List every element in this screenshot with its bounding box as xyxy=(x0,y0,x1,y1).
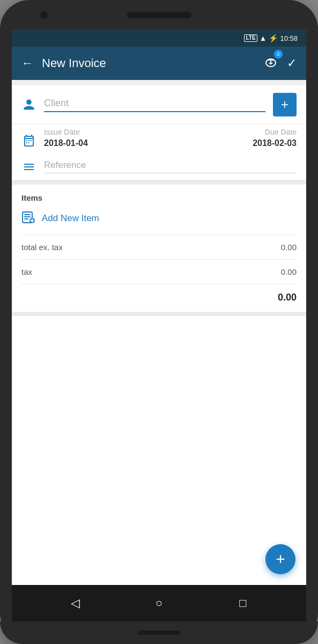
reference-icon xyxy=(21,160,36,173)
tax-value: 0.00 xyxy=(281,267,297,276)
reference-row xyxy=(12,153,306,180)
date-fields: Issue Date Due Date 2018-01-04 2018-02-0… xyxy=(44,128,297,153)
issue-date-label: Issue Date xyxy=(44,128,80,136)
grand-total-value: 0.00 xyxy=(278,292,297,303)
person-icon xyxy=(21,98,36,111)
nav-bar: ◁ ○ □ xyxy=(12,585,306,621)
calendar-icon xyxy=(21,134,36,147)
issue-date-value[interactable]: 2018-01-04 xyxy=(44,138,88,148)
back-button[interactable]: ← xyxy=(21,56,33,70)
status-bar: LTE ▲ ⚡ 10:58 xyxy=(12,30,306,47)
add-item-row[interactable]: Add New Item xyxy=(21,210,297,235)
invoice-icon-badge[interactable]: 0 xyxy=(263,54,278,72)
add-client-button[interactable]: + xyxy=(273,93,297,116)
add-item-text[interactable]: Add New Item xyxy=(42,213,99,224)
battery-icon: ⚡ xyxy=(269,34,278,42)
time-display: 10:58 xyxy=(280,34,298,42)
date-values: 2018-01-04 2018-02-03 xyxy=(44,138,297,153)
items-section: Items Add New Item xyxy=(12,185,306,235)
client-input[interactable] xyxy=(44,98,265,112)
section-divider xyxy=(12,180,306,185)
total-ex-tax-value: 0.00 xyxy=(281,243,297,252)
phone-frame: LTE ▲ ⚡ 10:58 ← New Invoice xyxy=(0,0,318,644)
badge-count: 0 xyxy=(274,50,283,58)
nav-home-button[interactable]: ○ xyxy=(147,591,171,615)
totals-section: total ex. tax 0.00 tax 0.00 0.00 xyxy=(12,235,306,312)
grand-total-row: 0.00 xyxy=(21,284,297,312)
camera xyxy=(40,11,48,19)
due-date-label: Due Date xyxy=(265,128,297,136)
due-date-value[interactable]: 2018-02-03 xyxy=(253,138,297,148)
nav-back-button[interactable]: ◁ xyxy=(63,591,87,615)
lte-badge: LTE xyxy=(244,34,257,42)
page-title: New Invoice xyxy=(42,56,255,70)
bottom-mic xyxy=(138,631,181,635)
app-header: ← New Invoice 0 ✓ xyxy=(12,47,306,80)
client-section: + Issue Date Due Date 2018-01-04 20 xyxy=(12,85,306,180)
total-ex-tax-label: total ex. tax xyxy=(21,243,63,252)
client-row: + xyxy=(12,85,306,125)
phone-top xyxy=(0,0,318,30)
bottom-section: + xyxy=(12,312,306,585)
invoice-icon xyxy=(263,58,278,72)
date-section: Issue Date Due Date 2018-01-04 2018-02-0… xyxy=(12,125,306,153)
speaker xyxy=(127,12,191,18)
phone-screen: LTE ▲ ⚡ 10:58 ← New Invoice xyxy=(12,30,306,621)
nav-recents-button[interactable]: □ xyxy=(231,591,255,615)
reference-input[interactable] xyxy=(44,160,297,173)
date-labels: Issue Date Due Date xyxy=(44,128,297,136)
fab-button[interactable]: + xyxy=(265,544,295,574)
items-label: Items xyxy=(21,193,297,202)
confirm-button[interactable]: ✓ xyxy=(287,56,297,70)
tax-row: tax 0.00 xyxy=(21,260,297,284)
phone-bottom xyxy=(0,621,318,644)
total-ex-tax-row: total ex. tax 0.00 xyxy=(21,235,297,260)
tax-label: tax xyxy=(21,267,32,276)
status-icons: LTE ▲ ⚡ 10:58 xyxy=(244,34,298,42)
signal-icon: ▲ xyxy=(260,34,267,42)
add-item-icon xyxy=(21,210,35,227)
